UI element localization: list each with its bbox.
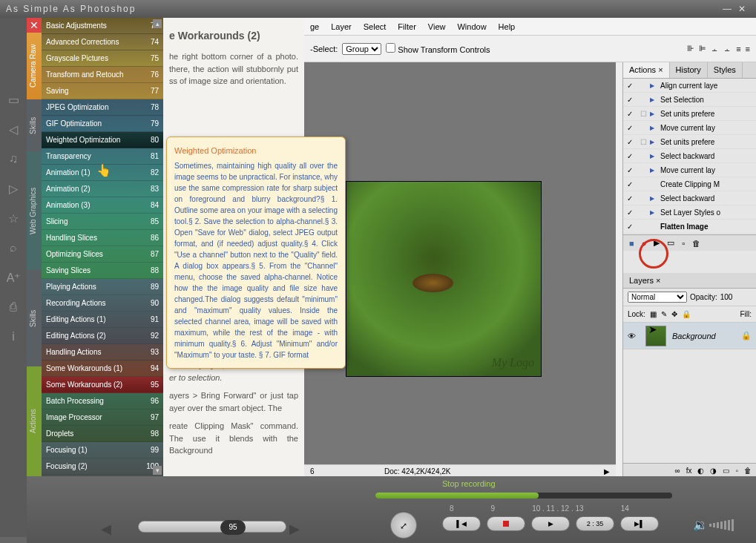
sidebar-item[interactable]: Editing Actions (1)91 <box>42 312 163 328</box>
play-icon[interactable]: ▶ <box>654 238 660 248</box>
sidebar-item[interactable]: JPEG Optimization78 <box>42 99 163 116</box>
action-expand-icon[interactable]: ▶ <box>650 195 660 202</box>
action-expand-icon[interactable]: ▶ <box>650 125 660 131</box>
adjust-icon[interactable]: ◑ <box>710 467 717 475</box>
next-page-icon[interactable]: ▶ <box>289 521 300 537</box>
action-check-icon[interactable]: ✓ <box>623 152 637 160</box>
link-icon[interactable]: ∞ <box>675 467 680 475</box>
menu-item[interactable]: Select <box>364 22 387 31</box>
action-row[interactable]: ✓▶Align current laye <box>623 79 756 93</box>
new-icon[interactable]: ▫ <box>682 239 685 248</box>
fx-icon[interactable]: fx <box>686 467 692 475</box>
action-check-icon[interactable]: ✓ <box>623 223 637 231</box>
forward-button[interactable]: ▶▌ <box>620 516 659 531</box>
new-layer-icon[interactable]: ▫ <box>735 467 738 475</box>
action-row[interactable]: ✓Flatten Image <box>623 220 756 234</box>
sidebar-item[interactable]: Image Processor97 <box>42 409 163 426</box>
distribute-icon[interactable]: ≡ <box>736 45 740 53</box>
sidebar-item[interactable]: Saving Slices88 <box>42 263 163 279</box>
action-check-icon[interactable]: ✓ <box>623 110 637 118</box>
opacity-value[interactable]: 100 <box>720 293 733 301</box>
scroll-right-icon[interactable]: ▶ <box>604 467 610 475</box>
progress-track[interactable] <box>375 493 672 498</box>
action-row[interactable]: ✓▶Set Layer Styles o <box>623 205 756 220</box>
lock-pixels-icon[interactable]: ▦ <box>650 310 657 318</box>
page-knob[interactable]: 95 <box>220 520 246 535</box>
autoselect-dropdown[interactable]: Group <box>342 43 381 55</box>
lock-move-icon[interactable]: ✥ <box>671 310 677 318</box>
text-icon[interactable]: A⁺ <box>6 270 21 285</box>
sidebar-item[interactable]: Transparency81 <box>42 148 163 165</box>
lock-all-icon[interactable]: 🔒 <box>682 310 691 318</box>
action-check-icon[interactable]: ✓ <box>623 138 637 146</box>
sidebar-item[interactable]: Optimizing Slices87 <box>42 246 163 263</box>
layer-row[interactable]: 👁 Background 🔒 <box>623 323 756 349</box>
sidebar-item[interactable]: Playing Actions89 <box>42 279 163 295</box>
layers-tab[interactable]: Layers × <box>623 273 756 289</box>
sidebar-tab[interactable]: Web Graphics <box>27 151 42 270</box>
sidebar-tab[interactable]: Skills <box>27 270 42 366</box>
stop-icon[interactable]: ■ <box>629 239 634 248</box>
action-check-icon[interactable]: ✓ <box>623 124 637 132</box>
align-icon[interactable]: ⊪ <box>687 44 694 53</box>
print-icon[interactable]: ⎙ <box>6 300 21 315</box>
action-row[interactable]: ✓▶Select backward <box>623 149 756 163</box>
action-row[interactable]: ✓Create Clipping M <box>623 177 756 191</box>
sidebar-tab[interactable]: Actions <box>27 366 42 476</box>
ps-canvas[interactable]: My Logo <box>346 181 542 377</box>
sidebar-item[interactable]: Grayscale Pictures75 <box>42 50 163 67</box>
sidebar-item[interactable]: Editing Actions (2)92 <box>42 328 163 344</box>
scroll-down-icon[interactable]: ▾ <box>153 466 162 475</box>
sidebar-item[interactable]: GIF Optimization79 <box>42 116 163 132</box>
align-icon[interactable]: ⊫ <box>699 44 706 53</box>
sidebar-item[interactable]: Focusing (2)100 <box>42 458 163 475</box>
sidebar-item[interactable]: Droplets98 <box>42 426 163 442</box>
sidebar-item[interactable]: Saving77 <box>42 83 163 99</box>
action-dialog-icon[interactable]: ☐ <box>637 138 650 146</box>
zoom-field[interactable]: 6 <box>310 467 355 475</box>
rewind-button[interactable]: ▌◀ <box>442 516 481 531</box>
sidebar-item[interactable]: Animation (1)82 <box>42 165 163 181</box>
sidebar-item[interactable]: Advanced Corrections74 <box>42 34 163 50</box>
trash-icon[interactable]: 🗑 <box>692 239 700 248</box>
scroll-up-icon[interactable]: ▴ <box>153 19 162 28</box>
panel-tab[interactable]: History <box>670 62 708 78</box>
close-button[interactable]: ✕ <box>735 4 750 14</box>
menu-item[interactable]: Layer <box>331 22 352 31</box>
book-icon[interactable]: ▭ <box>6 92 21 107</box>
play-icon[interactable]: ▷ <box>6 181 21 196</box>
search-icon[interactable]: ⌕ <box>6 240 21 255</box>
distribute-icon[interactable]: ≡ <box>746 45 750 53</box>
action-row[interactable]: ✓▶Select backward <box>623 191 756 205</box>
sidebar-item[interactable]: Slicing85 <box>42 214 163 230</box>
sidebar-tab[interactable]: Skills <box>27 99 42 151</box>
sidebar-item[interactable]: Batch Processing96 <box>42 393 163 409</box>
action-expand-icon[interactable]: ▶ <box>650 96 660 103</box>
volume-control[interactable]: 🔉 <box>693 518 734 532</box>
action-row[interactable]: ✓▶Move current lay <box>623 163 756 177</box>
sidebar-close-icon[interactable]: ✕ <box>27 18 42 33</box>
folder-icon[interactable]: ▭ <box>667 238 674 248</box>
sidebar-tab[interactable]: Camera Raw <box>27 33 42 99</box>
action-expand-icon[interactable]: ▶ <box>650 139 660 145</box>
menu-item[interactable]: View <box>428 22 446 31</box>
sidebar-item[interactable]: Handling Actions93 <box>42 344 163 361</box>
menu-item[interactable]: ge <box>310 22 319 31</box>
trash-icon[interactable]: 🗑 <box>744 467 752 475</box>
menu-item[interactable]: Help <box>499 22 516 31</box>
blend-mode-dropdown[interactable]: Normal <box>628 292 687 303</box>
headphones-icon[interactable]: ♫ <box>6 151 21 166</box>
info-icon[interactable]: i <box>6 329 21 344</box>
sidebar-item[interactable]: Animation (2)83 <box>42 181 163 197</box>
visibility-icon[interactable]: 👁 <box>628 332 640 340</box>
align-icon[interactable]: ⫠ <box>711 45 719 53</box>
action-check-icon[interactable]: ✓ <box>623 82 637 90</box>
page-slider[interactable]: 95 <box>138 521 286 533</box>
sidebar-item[interactable]: Recording Actions90 <box>42 295 163 312</box>
sidebar-item[interactable]: Focusing (1)99 <box>42 442 163 458</box>
menu-item[interactable]: Window <box>457 22 486 31</box>
action-row[interactable]: ✓▶Move current lay <box>623 121 756 135</box>
action-expand-icon[interactable]: ▶ <box>650 167 660 174</box>
action-dialog-icon[interactable]: ☐ <box>637 110 650 118</box>
lock-brush-icon[interactable]: ✎ <box>661 310 667 318</box>
